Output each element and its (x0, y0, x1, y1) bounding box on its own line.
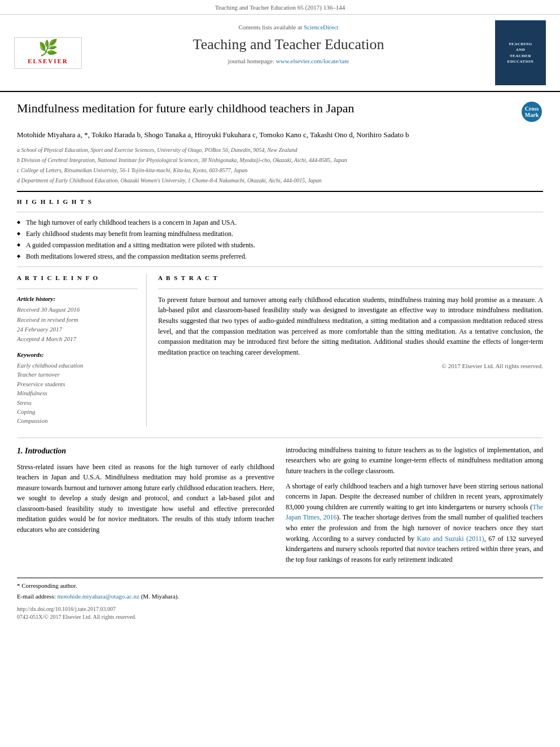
keyword-7: Compassion (17, 417, 138, 425)
abstract-text: To prevent future burnout and turnover a… (158, 295, 543, 358)
keyword-5: Stress (17, 399, 138, 407)
history-revised-label: Received in revised form (17, 316, 138, 324)
keyword-4: Mindfulness (17, 389, 138, 397)
body-col1-para1: Stress-related issues have been cited as… (17, 462, 274, 535)
history-label: Article history: (17, 295, 138, 303)
article-info-abstract: A R T I C L E I N F O Article history: R… (17, 274, 543, 426)
journal-cover-right: TEACHING AND TEACHER EDUCATION (492, 20, 549, 85)
abstract-label: A B S T R A C T (158, 274, 543, 282)
affiliations: a School of Physical Education, Sport an… (17, 146, 543, 185)
journal-header: 🌿 ELSEVIER Contents lists available at S… (0, 15, 560, 92)
reference-link-2[interactable]: Kato and Suzuki (2011) (417, 535, 484, 543)
authors-text: Motohide Miyahara a, *, Tokiko Harada b,… (17, 130, 409, 139)
history-received: Received 30 August 2016 (17, 305, 138, 314)
email-label: E-mail address: (17, 593, 56, 600)
article-info-label: A R T I C L E I N F O (17, 274, 138, 282)
citation-text: Teaching and Teacher Education 65 (2017)… (215, 4, 345, 11)
divider-highlights-top (17, 212, 543, 212)
body-col-right: introducing mindfulness training to futu… (286, 445, 543, 570)
history-accepted: Accepted 4 March 2017 (17, 335, 138, 343)
footnote-section: * Corresponding author. E-mail address: … (17, 578, 543, 601)
email-note: E-mail address: motohide.miyahara@otago.… (17, 592, 543, 601)
keywords-label: Keywords: (17, 351, 138, 359)
crossmark-circle: CrossMark (522, 102, 542, 122)
affiliation-c: c College of Letters, Ritsumeikan Univer… (17, 166, 543, 175)
bottom-bar: http://dx.doi.org/10.1016/j.tate.2017.03… (17, 605, 543, 621)
divider-after-affiliations (17, 191, 543, 192)
journal-header-center: Contents lists available at ScienceDirec… (90, 20, 487, 85)
cover-text: TEACHING AND TEACHER EDUCATION (508, 41, 534, 65)
highlight-item-4: Both meditations lowered stress, and the… (17, 252, 543, 261)
abstract-col: A B S T R A C T To prevent future burnou… (158, 274, 543, 426)
keyword-2: Teacher turnover (17, 370, 138, 379)
highlights-list: The high turnover of early childhood tea… (17, 218, 543, 261)
crossmark-badge: CrossMark (520, 101, 543, 123)
email-suffix: (M. Miyahara). (141, 593, 180, 600)
abstract-para1: To prevent future burnout and turnover a… (158, 295, 543, 358)
journal-homepage: journal homepage: www.elsevier.com/locat… (90, 57, 487, 65)
highlights-label: H I G H L I G H T S (17, 198, 543, 206)
elsevier-logo-left: 🌿 ELSEVIER (11, 20, 85, 85)
journal-cover-image: TEACHING AND TEACHER EDUCATION (495, 20, 546, 85)
article-title: Mindfulness meditation for future early … (17, 101, 515, 117)
keyword-6: Coping (17, 408, 138, 416)
body-col2-para2: A shortage of early childhood teachers a… (286, 481, 543, 565)
authors-list: Motohide Miyahara a, *, Tokiko Harada b,… (17, 129, 543, 141)
body-section: 1. Introduction Stress-related issues ha… (17, 438, 543, 621)
homepage-label: journal homepage: (228, 58, 274, 64)
keyword-3: Preservice students (17, 380, 138, 388)
issn-text: 0742-051X/© 2017 Elsevier Ltd. All right… (17, 613, 543, 621)
divider-abstract (158, 289, 543, 289)
corresponding-note: * Corresponding author. (17, 582, 543, 590)
body-col-left: 1. Introduction Stress-related issues ha… (17, 445, 274, 570)
divider-highlights-bottom (17, 267, 543, 267)
keyword-1: Early childhood education (17, 361, 138, 370)
section1-title: 1. Introduction (17, 445, 274, 457)
affiliation-a: a School of Physical Education, Sport an… (17, 146, 543, 155)
sciencedirect-link[interactable]: ScienceDirect (304, 24, 339, 30)
elsevier-logo-box: 🌿 ELSEVIER (14, 37, 82, 68)
highlight-item-3: A guided compassion meditation and a sit… (17, 241, 543, 250)
email-link[interactable]: motohide.miyahara@otago.ac.nz (57, 593, 139, 600)
journal-title: Teaching and Teacher Education (90, 34, 487, 55)
highlight-item-2: Early childhood students may benefit fro… (17, 229, 543, 239)
contents-label: Contents lists available at (238, 24, 302, 30)
journal-citation: Teaching and Teacher Education 65 (2017)… (0, 0, 560, 15)
main-content: Mindfulness meditation for future early … (0, 92, 560, 630)
tree-icon: 🌿 (17, 40, 79, 56)
article-info-col: A R T I C L E I N F O Article history: R… (17, 274, 147, 426)
reference-link-1[interactable]: The Japan Times, 2016 (286, 503, 543, 522)
elsevier-brand: ELSEVIER (17, 57, 79, 65)
contents-available: Contents lists available at ScienceDirec… (90, 23, 487, 32)
body-two-col: 1. Introduction Stress-related issues ha… (17, 445, 543, 570)
history-revised-date: 24 February 2017 (17, 325, 138, 334)
doi-link[interactable]: http://dx.doi.org/10.1016/j.tate.2017.03… (17, 606, 116, 612)
affiliation-b: b Division of Cerebral Integration, Nati… (17, 156, 543, 165)
homepage-link[interactable]: www.elsevier.com/locate/tate (276, 58, 349, 64)
affiliation-d: d Department of Early Childhood Educatio… (17, 176, 543, 185)
body-col2-para1: introducing mindfulness training to futu… (286, 445, 543, 477)
highlight-item-1: The high turnover of early childhood tea… (17, 218, 543, 228)
copyright-text: © 2017 Elsevier Ltd. All rights reserved… (158, 362, 543, 370)
divider-info (17, 289, 138, 289)
